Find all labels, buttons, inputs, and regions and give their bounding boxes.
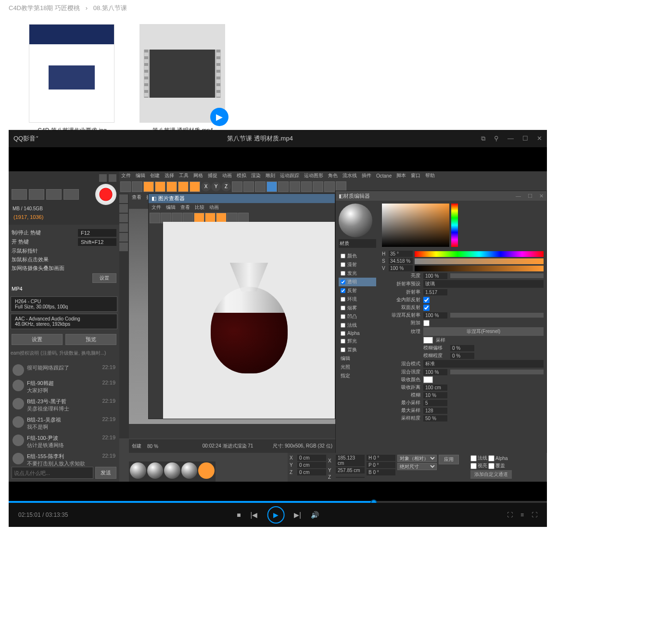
- size-y[interactable]: 257.85 cm: [336, 467, 365, 473]
- channel-diffuse[interactable]: 漫射: [339, 260, 376, 269]
- texture-mode-icon[interactable]: [119, 204, 128, 213]
- channel-fog[interactable]: 烟雾: [339, 304, 376, 312]
- material-thumb-selected[interactable]: [198, 462, 215, 479]
- nurbs-icon[interactable]: [290, 181, 300, 192]
- material-thumb[interactable]: [147, 462, 164, 479]
- channel-environment[interactable]: 环境: [339, 295, 376, 304]
- hue-value[interactable]: 35 °: [389, 251, 413, 257]
- rec-settings-icon[interactable]: [63, 189, 79, 200]
- undo-icon[interactable]: [120, 181, 131, 192]
- array-icon[interactable]: [301, 181, 312, 192]
- c4d-menubar[interactable]: 文件编辑创建选择工具网格捕捉动画模拟渲染雕刻运动跟踪运动图形角色流水线插件Oct…: [119, 171, 547, 180]
- additive-checkbox[interactable]: [423, 320, 430, 326]
- channel-reflection[interactable]: 反射: [339, 286, 376, 295]
- list-icon[interactable]: ≡: [520, 512, 524, 518]
- size-x[interactable]: 185.123 cm: [336, 455, 365, 466]
- cube-icon[interactable]: [266, 181, 277, 192]
- material-thumb[interactable]: [181, 462, 198, 479]
- rec-pause-button[interactable]: [29, 189, 44, 200]
- record-button[interactable]: [95, 184, 116, 205]
- play-button[interactable]: ▶: [267, 506, 284, 524]
- breadcrumb[interactable]: C4D教学第18期 巧匠樱桃 › 08.第八节课: [0, 2, 672, 14]
- pip-icon[interactable]: ⧉: [481, 135, 485, 142]
- pos-y[interactable]: 0 cm: [297, 462, 326, 468]
- absorb-color-swatch[interactable]: [423, 376, 433, 383]
- render-pv-icon[interactable]: [243, 181, 254, 192]
- size-mode-select[interactable]: 绝对尺寸: [397, 463, 437, 470]
- blend-mode-select[interactable]: 标准: [423, 360, 544, 368]
- material-name-field[interactable]: 材质: [339, 239, 376, 248]
- channel-transparency[interactable]: 透明: [339, 278, 376, 286]
- min-sample-field[interactable]: 5: [423, 400, 447, 406]
- channel-color[interactable]: 颜色: [339, 252, 376, 260]
- channel-luminance[interactable]: 发光: [339, 269, 376, 278]
- file-jpg[interactable]: C4D-第八节课作业要求.jpg: [29, 24, 115, 135]
- hue-bar[interactable]: [415, 251, 544, 257]
- point-mode-icon[interactable]: [119, 223, 128, 232]
- brightness-slider[interactable]: [450, 273, 544, 278]
- material-manager[interactable]: [129, 461, 216, 482]
- workplane-icon[interactable]: [119, 214, 128, 222]
- z-axis-icon[interactable]: Z: [221, 182, 231, 192]
- pin-icon[interactable]: ⚲: [494, 135, 499, 142]
- val-value[interactable]: 100 %: [389, 265, 413, 271]
- timeline[interactable]: 创建 80 % 00:02:24 渐进式渲染 71 尺寸: 900x506, R…: [129, 439, 335, 453]
- timeline-create[interactable]: 创建: [132, 443, 141, 449]
- y-axis-icon[interactable]: Y: [211, 182, 221, 192]
- channel-glow[interactable]: 辉光: [339, 337, 376, 345]
- channel-assign[interactable]: 指定: [339, 371, 376, 380]
- rec-settings-button[interactable]: 设置: [92, 273, 116, 283]
- channel-normal[interactable]: 法线: [339, 321, 376, 330]
- fullscreen-icon[interactable]: ⛶: [532, 512, 537, 518]
- rot-b[interactable]: B 0 °: [367, 469, 395, 475]
- material-preview[interactable]: [339, 204, 372, 237]
- me-close-icon[interactable]: ✕: [539, 193, 544, 199]
- channel-displacement[interactable]: 置换: [339, 345, 376, 354]
- pos-z[interactable]: 0 cm: [297, 469, 326, 475]
- render-icon[interactable]: [232, 181, 242, 192]
- chat-input[interactable]: [12, 467, 93, 479]
- next-icon[interactable]: ▶|: [294, 511, 301, 519]
- move-icon[interactable]: [155, 181, 165, 192]
- lasttool-icon[interactable]: [190, 181, 200, 192]
- texture-button[interactable]: 菲涅耳(Fresnel): [423, 327, 544, 336]
- double-sided-checkbox[interactable]: [423, 305, 430, 311]
- rot-h[interactable]: H 0 °: [367, 455, 395, 461]
- brightness-field[interactable]: 100 %: [423, 273, 447, 279]
- texture-swatch[interactable]: [423, 337, 433, 344]
- me-min-icon[interactable]: —: [516, 193, 521, 199]
- size-z[interactable]: [336, 477, 365, 478]
- poly-mode-icon[interactable]: [119, 243, 128, 251]
- material-thumb[interactable]: [130, 462, 146, 479]
- breadcrumb-parent[interactable]: C4D教学第18期 巧匠樱桃: [9, 4, 80, 12]
- sample-acc-field[interactable]: 50 %: [423, 415, 447, 422]
- player-app-name[interactable]: QQ影音: [13, 134, 36, 143]
- preview-button[interactable]: 预览: [65, 334, 116, 345]
- tir-checkbox[interactable]: [423, 297, 430, 303]
- pv-tool-icon[interactable]: [150, 213, 160, 223]
- hue-slider[interactable]: [451, 204, 458, 247]
- maximize-icon[interactable]: ☐: [522, 135, 528, 142]
- ior-field[interactable]: 1.517: [423, 289, 447, 295]
- volume-icon[interactable]: 🔊: [311, 511, 319, 519]
- select-icon[interactable]: [143, 181, 154, 192]
- sat-bar[interactable]: [415, 258, 544, 264]
- channel-edit[interactable]: 编辑: [339, 354, 376, 363]
- sat-value[interactable]: 34.518 %: [389, 258, 413, 264]
- blend-strength-field[interactable]: 100 %: [423, 369, 447, 375]
- apply-button[interactable]: 应用: [439, 455, 459, 464]
- me-titlebar[interactable]: ◧ 材质编辑器 —☐✕: [336, 191, 546, 201]
- coord-mode-select[interactable]: 对象（相对）: [397, 455, 437, 462]
- channel-illum[interactable]: 光照: [339, 363, 376, 371]
- rec-min-icon[interactable]: [99, 174, 107, 182]
- blur-scale-field[interactable]: 0 %: [450, 353, 474, 359]
- rec-close-icon[interactable]: [109, 174, 116, 182]
- val-bar[interactable]: [415, 266, 544, 271]
- me-max-icon[interactable]: ☐: [528, 193, 533, 199]
- rot-p[interactable]: P 0 °: [367, 462, 395, 468]
- fresnel-field[interactable]: 100 %: [423, 312, 447, 319]
- rotate-icon[interactable]: [178, 181, 189, 192]
- chat-send-button[interactable]: 发送: [95, 467, 116, 479]
- absorb-dist-field[interactable]: 100 cm: [423, 384, 447, 391]
- dropdown-icon[interactable]: ˅: [36, 135, 39, 142]
